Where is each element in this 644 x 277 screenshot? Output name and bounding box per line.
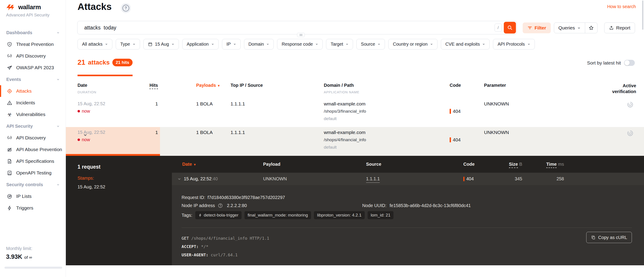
sidebar-item-api-specifications[interactable]: API Specifications [0,155,66,167]
chevron-down-icon [346,43,348,46]
report-button[interactable]: Report [604,23,635,33]
col-domain: Domain / Path APPLICATION NAME [324,83,450,94]
chip-api-protocols[interactable]: API Protocols [493,39,534,50]
favorite-queries-button[interactable] [585,23,597,33]
nav-group-events[interactable]: Events [0,74,66,85]
chip-application[interactable]: Application [182,39,219,50]
req-col-size-sort[interactable]: Size [509,162,518,168]
search-icon [507,25,513,31]
sidebar-nav: Dashboards Threat Prevention API Discove… [0,27,66,214]
nav-group-api-security[interactable]: API Security [0,120,66,132]
col-date: Date DURATION [78,83,148,94]
search-resize-handle[interactable] [297,33,305,37]
monthly-limit-suffix: of ∞ [24,255,32,260]
node-uuid-value: fe15853b-a66b-4d2d-8c3c-13cf6f80dc41 [390,203,471,208]
sidebar: wallarm Advanced API Security Dashboards… [0,0,66,277]
chip-all-attacks[interactable]: All attacks [78,39,112,50]
sidebar-item-attacks[interactable]: Attacks [0,85,66,97]
nav-group-security-controls[interactable]: Security controls [0,179,66,190]
search-box: / [77,21,517,34]
chip-type[interactable]: Type [116,39,140,50]
hits-badge: 21 hits [112,59,132,66]
active-verification-icon[interactable] [627,101,634,108]
chevron-down-icon [315,43,318,46]
col-parameter: Parameter [484,83,599,94]
sidebar-item-threat-prevention[interactable]: Threat Prevention [0,39,66,50]
node-ip-value: 2.2.2.2:80 [227,203,247,208]
live-dot-icon [78,110,80,112]
sidebar-item-api-discovery-2[interactable]: API Discovery [0,132,66,144]
sort-toggle[interactable] [624,60,635,66]
nav-group-dashboards[interactable]: Dashboards [0,27,66,39]
tag[interactable]: detect-bola-trigger [195,211,242,219]
sidebar-item-openapi-testing[interactable]: OpenAPI Testing [0,167,66,179]
chevron-down-icon [105,43,108,46]
chip-target[interactable]: Target [326,39,353,50]
sidebar-item-api-abuse-prevention[interactable]: API Abuse Prevention [0,144,66,155]
stamp-value: 15 Aug, 22:52 [78,184,105,189]
request-row[interactable]: 15 Aug, 22:52:40 UNKNOWN 1.1.1.1 404 345… [172,173,644,185]
requests-table-header: Date ▼ Payload Source Code SizeB Timems [172,156,644,173]
chip-response-code[interactable]: Response code [277,39,323,50]
chip-country[interactable]: Country or region [388,39,438,50]
chevron-down-icon[interactable] [177,177,181,181]
attacks-count-tab[interactable]: 21 attacks 21 hits [78,59,132,76]
sidebar-item-ip-lists[interactable]: IP Lists [0,190,66,202]
live-dot-icon [78,139,80,141]
chevron-down-icon [56,78,60,81]
status-code-bar [450,109,451,114]
sidebar-item-owasp-api-2023[interactable]: OWASP API 2023 [0,62,66,74]
col-active-verification: Active verification [599,83,636,94]
http-request-block: GET /shops/4/financial_info HTTP/1.1 ACC… [182,234,269,259]
chevron-down-icon [132,43,136,46]
col-payloads-sort[interactable]: Payloads ▼ [196,83,230,94]
status-code-bar [450,137,451,142]
chevron-down-icon [56,31,60,34]
col-hits-sort[interactable]: Hits [150,83,158,89]
req-col-time-sort[interactable]: Time [546,162,556,168]
document-icon [7,158,12,164]
chip-cve[interactable]: CVE and exploits [441,39,490,50]
shield-bolt-icon [7,42,12,47]
stamps-label: Stamps: [78,176,94,181]
request-id-value: f7d1840d63380e3f9278ae757d202297 [208,195,285,200]
attack-detail-panel: 1 request Stamps: 15 Aug, 22:52 Date ▼ P… [66,156,644,265]
sort-label: Sort by latest hit [587,60,621,66]
star-icon [588,25,594,31]
tag[interactable]: lom_id: 21 [368,211,394,219]
active-verification-icon[interactable] [627,130,634,137]
source-ip-link[interactable]: 1.1.1.1 [366,176,380,183]
tag[interactable]: libproton_version: 4.2.1 [314,211,365,219]
braces-check-icon [7,135,12,141]
filter-button[interactable]: Filter [523,23,551,33]
sidebar-item-vulnerabilities[interactable]: ☣ Vulnerabilities [0,109,66,120]
attack-row[interactable]: 15 Aug, 22:52 now 1 1 BOLA 1.1.1.1 wmall… [66,99,644,127]
how-to-search-link[interactable]: How to search [607,4,636,9]
attacks-count: 21 [78,59,85,67]
search-button[interactable] [504,22,516,34]
question-circle-icon[interactable] [218,203,223,208]
sidebar-item-triggers[interactable]: Triggers [0,202,66,214]
sidebar-item-incidents[interactable]: Incidents [0,97,66,109]
ip-circle-icon [7,194,12,199]
chevron-down-icon [266,43,269,46]
chip-ip[interactable]: IP [222,39,241,50]
queries-button[interactable]: Queries [554,23,585,33]
tag[interactable]: final_wallarm_mode: monitoring [244,211,311,219]
chevron-down-icon[interactable] [83,133,88,137]
help-icon[interactable]: ? [121,3,131,13]
chip-date[interactable]: 15 Aug [143,39,179,50]
chip-source[interactable]: Source [356,39,385,50]
node-uuid-line: Node UUID: fe15853b-a66b-4d2d-8c3c-13cf6… [362,203,471,208]
req-col-date-sort[interactable]: Date ▼ [172,162,263,167]
vertical-scrollbar[interactable] [642,1,643,30]
upload-icon [609,26,614,30]
search-input[interactable] [78,21,484,34]
brand-logo[interactable]: wallarm [0,0,66,11]
brand-tagline: Advanced API Security [0,11,66,18]
copy-icon [591,235,596,240]
attack-row-expanded[interactable]: 15 Aug, 22:52 now 1 1 BOLA 1.1.1.1 wmall… [66,127,644,156]
sidebar-item-api-discovery[interactable]: API Discovery [0,50,66,62]
copy-as-curl-button[interactable]: Copy as cURL [586,232,632,243]
chip-domain[interactable]: Domain [244,39,274,50]
